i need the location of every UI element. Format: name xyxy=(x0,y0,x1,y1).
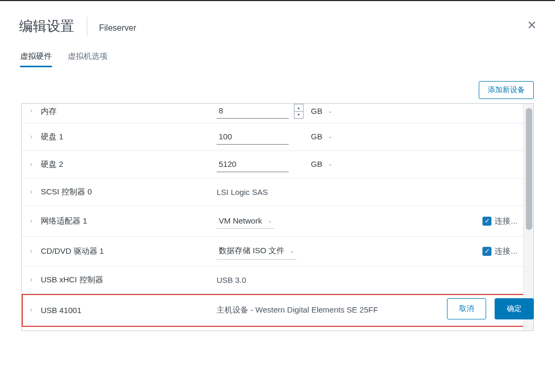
usbctl-value: USB 3.0 xyxy=(217,275,246,284)
row-scsi-controller: › SCSI 控制器 0 LSI Logic SAS xyxy=(22,179,533,206)
stepper-up-icon[interactable]: ▲ xyxy=(294,104,303,112)
row-disk-1: › 硬盘 1 GB ⌄ xyxy=(22,123,533,151)
row-usbctl-label: USB xHCI 控制器 xyxy=(38,275,217,285)
memory-unit-label: GB xyxy=(311,106,323,115)
modal-title: 编辑设置 xyxy=(19,17,87,35)
edit-settings-modal: 编辑设置 Fileserver ✕ 虚拟硬件 虚拟机选项 添加新设备 › 内存 … xyxy=(0,1,555,331)
scrollbar[interactable] xyxy=(523,104,533,331)
disk-1-unit-select[interactable]: GB ⌄ xyxy=(309,130,335,144)
disk-2-size-input[interactable] xyxy=(217,157,289,172)
stepper-down-icon[interactable]: ▼ xyxy=(294,112,303,119)
row-video-card: › 显卡 自动检测设置 ⌄ xyxy=(22,327,533,331)
nic-network-value: VM Network xyxy=(219,216,262,225)
scrollbar-thumb[interactable] xyxy=(526,108,532,230)
cdrom-connect-cell: ✓ 连接... xyxy=(482,246,517,256)
chevron-down-icon: ⌄ xyxy=(290,247,294,254)
cdrom-source-select[interactable]: 数据存储 ISO 文件 ⌄ xyxy=(217,244,297,260)
cdrom-connect-checkbox[interactable]: ✓ xyxy=(482,247,491,256)
chevron-right-icon[interactable]: › xyxy=(30,276,38,283)
memory-input[interactable] xyxy=(217,104,289,119)
cdrom-connect-label: 连接... xyxy=(495,246,517,256)
nic-connect-cell: ✓ 连接... xyxy=(482,216,517,226)
row-memory: › 内存 ▲ ▼ GB ⌄ xyxy=(22,104,533,123)
chevron-right-icon[interactable]: › xyxy=(30,217,38,225)
row-cdrom: › CD/DVD 驱动器 1 数据存储 ISO 文件 ⌄ ✓ 连接... xyxy=(22,237,533,266)
row-usbdev-label: USB 41001 xyxy=(38,306,217,315)
close-button[interactable]: ✕ xyxy=(526,20,537,31)
row-scsi-label: SCSI 控制器 0 xyxy=(38,187,217,197)
nic-network-select[interactable]: VM Network ⌄ xyxy=(217,214,274,229)
memory-unit-select[interactable]: GB ⌄ xyxy=(309,104,335,119)
chevron-right-icon[interactable]: › xyxy=(30,188,38,195)
modal-footer: 取消 确定 xyxy=(447,298,534,319)
cancel-button[interactable]: 取消 xyxy=(447,298,486,319)
nic-connect-label: 连接... xyxy=(495,216,517,226)
chevron-right-icon[interactable]: › xyxy=(30,247,38,255)
disk-2-unit-label: GB xyxy=(311,159,323,168)
hardware-panel: › 内存 ▲ ▼ GB ⌄ › 硬盘 1 xyxy=(21,103,534,331)
tab-bar: 虚拟硬件 虚拟机选项 xyxy=(0,41,555,67)
tab-virtual-hardware[interactable]: 虚拟硬件 xyxy=(20,48,52,67)
disk-1-size-input[interactable] xyxy=(217,130,289,145)
row-disk-1-label: 硬盘 1 xyxy=(38,132,217,142)
usbdev-value: 主机设备 - Western Digital Elements SE 25FF xyxy=(217,305,378,315)
chevron-right-icon[interactable]: › xyxy=(30,107,38,114)
row-disk-2-label: 硬盘 2 xyxy=(38,159,217,170)
chevron-down-icon: ⌄ xyxy=(267,217,272,224)
row-disk-2: › 硬盘 2 GB ⌄ xyxy=(22,151,533,179)
modal-header: 编辑设置 Fileserver ✕ xyxy=(0,1,555,41)
chevron-right-icon[interactable]: › xyxy=(30,306,38,314)
tab-vm-options[interactable]: 虚拟机选项 xyxy=(68,48,108,67)
row-nic-label: 网络适配器 1 xyxy=(38,216,217,226)
row-cdrom-label: CD/DVD 驱动器 1 xyxy=(38,246,217,256)
chevron-down-icon: ⌄ xyxy=(328,108,333,114)
cdrom-source-value: 数据存储 ISO 文件 xyxy=(219,246,284,256)
hardware-list[interactable]: › 内存 ▲ ▼ GB ⌄ › 硬盘 1 xyxy=(22,104,533,331)
chevron-down-icon: ⌄ xyxy=(328,161,333,167)
chevron-right-icon[interactable]: › xyxy=(30,161,38,168)
row-usb-controller: › USB xHCI 控制器 USB 3.0 xyxy=(22,266,533,294)
row-network-adapter: › 网络适配器 1 VM Network ⌄ ✓ 连接... xyxy=(22,206,533,237)
add-new-device-button[interactable]: 添加新设备 xyxy=(479,81,534,99)
modal-subtitle: Fileserver xyxy=(87,23,136,33)
ok-button[interactable]: 确定 xyxy=(495,298,534,319)
nic-connect-checkbox[interactable]: ✓ xyxy=(482,217,491,226)
chevron-right-icon[interactable]: › xyxy=(30,133,38,140)
disk-1-unit-label: GB xyxy=(311,132,323,141)
chevron-down-icon: ⌄ xyxy=(328,133,333,140)
scsi-value: LSI Logic SAS xyxy=(217,188,268,197)
row-memory-label: 内存 xyxy=(38,106,217,117)
memory-stepper[interactable]: ▲ ▼ xyxy=(294,104,303,119)
toolbar: 添加新设备 xyxy=(0,67,555,103)
close-icon: ✕ xyxy=(527,19,536,32)
disk-2-unit-select[interactable]: GB ⌄ xyxy=(309,157,335,172)
